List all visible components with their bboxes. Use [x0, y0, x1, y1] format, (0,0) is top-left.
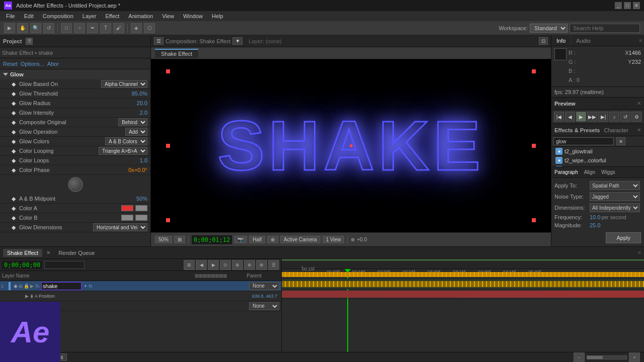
- group-expand-icon[interactable]: [3, 73, 8, 76]
- menu-window[interactable]: Window: [179, 12, 207, 20]
- ep-search-input[interactable]: [553, 137, 614, 145]
- tool-rect[interactable]: □: [61, 23, 72, 33]
- minimize-button[interactable]: _: [615, 2, 622, 9]
- solo-toggle-1[interactable]: ◎: [19, 284, 23, 289]
- menu-layer[interactable]: Layer: [78, 12, 101, 20]
- lt-btn-8[interactable]: ☰: [268, 260, 279, 270]
- color-phase-value[interactable]: 0x+0.0°: [128, 167, 147, 173]
- tool-select[interactable]: ▶: [4, 23, 15, 33]
- vt-view-count-btn[interactable]: 1 View: [323, 236, 345, 243]
- preview-settings-btn[interactable]: ⚙: [631, 112, 641, 122]
- corner-handle-br[interactable]: [532, 218, 536, 222]
- comp-name-tab[interactable]: Shake Effect: [155, 49, 198, 58]
- glow-dimensions-dropdown[interactable]: Horizontal and Vei: [93, 223, 147, 231]
- audio-tab[interactable]: Audio: [571, 35, 595, 46]
- panel-close-icon[interactable]: ≡: [639, 38, 642, 43]
- vt-aspect-btn[interactable]: ⊞: [174, 236, 185, 243]
- tool-text[interactable]: T: [100, 23, 111, 33]
- edge-handle-mr[interactable]: [532, 144, 536, 148]
- tool-hand[interactable]: ✋: [17, 23, 28, 33]
- edge-handle-ml[interactable]: [166, 144, 170, 148]
- comp-maximize-btn[interactable]: ⊡: [539, 37, 548, 45]
- layer-expand-1[interactable]: ▶: [30, 284, 34, 289]
- panel-menu-btn[interactable]: ☰: [26, 38, 33, 45]
- menu-file[interactable]: File: [2, 12, 19, 20]
- parent-select-2[interactable]: None: [249, 302, 279, 310]
- timeline-search-input[interactable]: [44, 261, 85, 269]
- tool-zoom[interactable]: 🔍: [30, 23, 41, 33]
- color-loops-value[interactable]: 1.0: [140, 157, 147, 163]
- align-tab[interactable]: Align: [581, 167, 598, 177]
- lt-btn-2[interactable]: ◀: [196, 260, 207, 270]
- tool-pen[interactable]: ✒: [87, 23, 98, 33]
- tool-brush[interactable]: 🖌: [113, 23, 124, 33]
- color-phase-knob[interactable]: [68, 177, 83, 192]
- color-looping-dropdown[interactable]: Triangle A>B>A: [99, 147, 147, 155]
- color-a-swatch[interactable]: [121, 205, 133, 211]
- color-a-alpha-swatch[interactable]: [135, 205, 147, 211]
- lt-btn-4[interactable]: ⊙: [220, 260, 231, 270]
- glow-threshold-value[interactable]: 85.0%: [132, 90, 147, 97]
- color-b-alpha-swatch[interactable]: [135, 215, 147, 221]
- preview-loop-btn[interactable]: ↺: [620, 112, 630, 122]
- layer-fx-toggle-1[interactable]: fx: [36, 284, 39, 289]
- tool-shape[interactable]: ⬡: [144, 23, 155, 33]
- ep-close[interactable]: ✕: [637, 127, 641, 133]
- noise-type-select[interactable]: Jagged: [590, 192, 640, 201]
- lt-btn-6[interactable]: ⊛: [244, 260, 255, 270]
- preview-close[interactable]: ✕: [637, 101, 641, 106]
- timeline-tab-shake[interactable]: Shake Effect: [3, 249, 42, 257]
- timeline-menu-icon[interactable]: ≡: [638, 250, 641, 255]
- about-action[interactable]: Abor: [47, 61, 59, 67]
- tool-puppet[interactable]: ◈: [131, 23, 142, 33]
- magnitude-value[interactable]: 25.0: [590, 222, 600, 228]
- menu-effect[interactable]: Effect: [101, 12, 123, 20]
- tool-ellipse[interactable]: ○: [74, 23, 85, 33]
- preview-start-btn[interactable]: |◀: [554, 112, 564, 122]
- glow-group-header[interactable]: Glow: [0, 69, 150, 79]
- help-search-input[interactable]: [570, 24, 640, 33]
- lt-btn-1[interactable]: ⊞: [184, 260, 195, 270]
- menu-edit[interactable]: Edit: [20, 12, 38, 20]
- vt-zoom-btn[interactable]: 50%: [155, 236, 172, 243]
- glow-colors-dropdown[interactable]: A & B Colors: [105, 137, 147, 145]
- maximize-button[interactable]: □: [624, 2, 631, 9]
- preview-end-btn[interactable]: ▶|: [598, 112, 608, 122]
- menu-view[interactable]: View: [158, 12, 178, 20]
- ep-search-btn[interactable]: ✕: [616, 137, 625, 145]
- color-b-swatch[interactable]: [121, 215, 133, 221]
- preview-back-btn[interactable]: ◀: [565, 112, 575, 122]
- vt-res-btn[interactable]: Half: [249, 236, 265, 243]
- parent-select-1[interactable]: None: [249, 282, 279, 290]
- zoom-slider[interactable]: [587, 355, 627, 359]
- corner-handle-tr[interactable]: [532, 69, 536, 73]
- glow-based-on-select[interactable]: Alpha Channel: [101, 80, 147, 88]
- options-action[interactable]: Options...: [21, 61, 44, 67]
- glow-radius-value[interactable]: 20.0: [137, 100, 147, 106]
- zoom-out-btn[interactable]: −: [574, 352, 585, 363]
- glow-based-on-dropdown[interactable]: Alpha Channel: [101, 80, 147, 88]
- position-value[interactable]: 639.8, 463.7: [252, 294, 281, 299]
- reset-action[interactable]: Reset: [3, 61, 18, 67]
- position-keyframe-btn[interactable]: ⧫: [31, 294, 33, 299]
- vis-toggle-1[interactable]: ◉: [14, 284, 18, 289]
- workspace-select[interactable]: Standard: [530, 24, 568, 33]
- apply-to-select[interactable]: Spatial Path: [590, 181, 640, 190]
- glow-operation-dropdown[interactable]: Add: [125, 128, 147, 136]
- corner-handle-bl[interactable]: [166, 218, 170, 222]
- window-controls[interactable]: _ □ ✕: [615, 2, 640, 9]
- lt-btn-7[interactable]: ⊗: [256, 260, 267, 270]
- close-button[interactable]: ✕: [633, 2, 640, 9]
- timeline-tab-render[interactable]: Render Queue: [54, 249, 99, 257]
- ep-item-glowtrail[interactable]: ★ t2_glowtrail: [551, 147, 644, 156]
- preview-audio-btn[interactable]: ♪: [609, 112, 619, 122]
- ab-midpoint-value[interactable]: 50%: [136, 196, 147, 202]
- menu-help[interactable]: Help: [208, 12, 227, 20]
- tool-rotate[interactable]: ↺: [43, 23, 54, 33]
- lock-toggle-1[interactable]: 🔒: [24, 284, 29, 289]
- position-expand-icon[interactable]: ▶: [25, 294, 29, 299]
- zoom-in-btn[interactable]: +: [629, 352, 640, 363]
- preview-play-btn[interactable]: ▶: [576, 112, 586, 122]
- apply-button[interactable]: Apply: [606, 232, 641, 243]
- comp-dropdown-btn[interactable]: ▼: [232, 37, 243, 45]
